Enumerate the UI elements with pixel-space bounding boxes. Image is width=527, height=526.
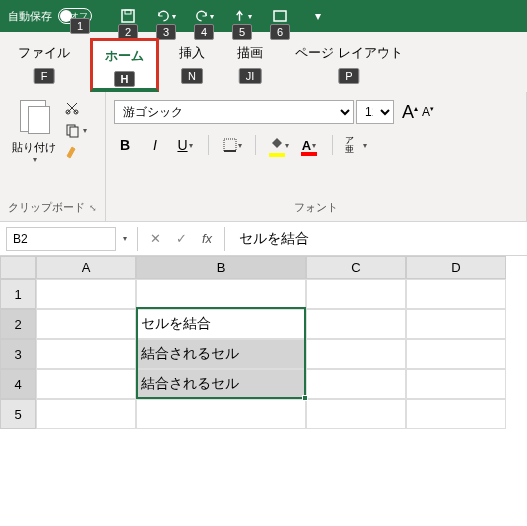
row-header-3[interactable]: 3 bbox=[0, 339, 36, 369]
enter-formula-button[interactable]: ✓ bbox=[168, 231, 194, 246]
qat-more[interactable]: 6 bbox=[270, 6, 290, 26]
cell-a3[interactable] bbox=[36, 339, 136, 369]
qat-save[interactable]: 2 bbox=[118, 6, 138, 26]
svg-rect-6 bbox=[70, 127, 78, 137]
cell-c2[interactable] bbox=[306, 309, 406, 339]
group-clipboard: 貼り付け ▾ ▾ クリップボード⤡ bbox=[0, 92, 106, 221]
font-size-select[interactable]: 11 bbox=[356, 100, 394, 124]
autosave-toggle[interactable]: 自動保存 オフ 1 bbox=[8, 8, 92, 24]
underline-button[interactable]: U▾ bbox=[174, 134, 196, 156]
qat-touch[interactable]: ▾5 bbox=[232, 6, 252, 26]
tab-insert[interactable]: 挿入N bbox=[167, 38, 217, 92]
name-box[interactable] bbox=[6, 227, 116, 251]
cancel-formula-button[interactable]: ✕ bbox=[142, 231, 168, 246]
bold-button[interactable]: B bbox=[114, 134, 136, 156]
cell-b2[interactable]: セルを結合 bbox=[136, 309, 306, 339]
key-tip: 1 bbox=[70, 18, 90, 34]
insert-function-button[interactable]: fx bbox=[194, 231, 220, 246]
cell-b3[interactable]: 結合されるセル bbox=[136, 339, 306, 369]
title-bar: 自動保存 オフ 1 2 ▾3 ▾4 ▾5 6 ▾ bbox=[0, 0, 527, 32]
font-name-select[interactable]: 游ゴシック bbox=[114, 100, 354, 124]
tab-draw[interactable]: 描画JI bbox=[225, 38, 275, 92]
cell-b1[interactable] bbox=[136, 279, 306, 309]
decrease-font-button[interactable]: A▾ bbox=[422, 105, 434, 119]
tab-home[interactable]: ホームH bbox=[90, 38, 159, 92]
col-header-c[interactable]: C bbox=[306, 256, 406, 279]
italic-button[interactable]: I bbox=[144, 134, 166, 156]
cell-b5[interactable] bbox=[136, 399, 306, 429]
row-header-4[interactable]: 4 bbox=[0, 369, 36, 399]
formula-bar: ▾ ✕ ✓ fx bbox=[0, 222, 527, 256]
autosave-label: 自動保存 bbox=[8, 9, 52, 24]
col-header-d[interactable]: D bbox=[406, 256, 506, 279]
qat-undo[interactable]: ▾3 bbox=[156, 6, 176, 26]
tab-file[interactable]: ファイルF bbox=[6, 38, 82, 92]
col-header-a[interactable]: A bbox=[36, 256, 136, 279]
qat-redo[interactable]: ▾4 bbox=[194, 6, 214, 26]
row-header-5[interactable]: 5 bbox=[0, 399, 36, 429]
col-header-b[interactable]: B bbox=[136, 256, 306, 279]
cell-b4[interactable]: 結合されるセル bbox=[136, 369, 306, 399]
cell-c3[interactable] bbox=[306, 339, 406, 369]
cell-d5[interactable] bbox=[406, 399, 506, 429]
paste-button[interactable]: 貼り付け ▾ bbox=[8, 96, 60, 164]
cell-c1[interactable] bbox=[306, 279, 406, 309]
quick-access-toolbar: 2 ▾3 ▾4 ▾5 6 ▾ bbox=[118, 6, 328, 26]
row-header-2[interactable]: 2 bbox=[0, 309, 36, 339]
cell-a5[interactable] bbox=[36, 399, 136, 429]
formula-input[interactable] bbox=[229, 227, 527, 251]
ribbon-tabs: ファイルF ホームH 挿入N 描画JI ページ レイアウトP bbox=[0, 32, 527, 92]
ruby-button[interactable]: ア亜▾ bbox=[345, 134, 367, 156]
group-font: 游ゴシック 11 A▴ A▾ B I U▾ ▾ ▾ A▾ ア亜▾ フォント bbox=[106, 92, 527, 221]
tab-page-layout[interactable]: ページ レイアウトP bbox=[283, 38, 415, 92]
fill-handle[interactable] bbox=[302, 395, 308, 401]
dialog-launcher-icon[interactable]: ⤡ bbox=[89, 203, 97, 213]
svg-rect-7 bbox=[224, 139, 236, 151]
name-box-dropdown[interactable]: ▾ bbox=[123, 234, 127, 243]
copy-button[interactable]: ▾ bbox=[64, 122, 87, 138]
fill-color-button[interactable]: ▾ bbox=[268, 134, 290, 156]
svg-rect-0 bbox=[122, 10, 134, 22]
worksheet-grid: A B C D 1 2 セルを結合 3 結合されるセル 4 結合されるセル 5 bbox=[0, 256, 527, 429]
increase-font-button[interactable]: A▴ bbox=[402, 102, 418, 123]
paste-icon bbox=[16, 96, 52, 136]
svg-rect-2 bbox=[274, 11, 286, 21]
cell-c4[interactable] bbox=[306, 369, 406, 399]
cell-a1[interactable] bbox=[36, 279, 136, 309]
ribbon-body: 貼り付け ▾ ▾ クリップボード⤡ 游ゴシック 11 A▴ A▾ B bbox=[0, 92, 527, 222]
font-color-button[interactable]: A▾ bbox=[298, 134, 320, 156]
format-painter-button[interactable] bbox=[64, 144, 87, 160]
cell-a2[interactable] bbox=[36, 309, 136, 339]
cell-d4[interactable] bbox=[406, 369, 506, 399]
cell-a4[interactable] bbox=[36, 369, 136, 399]
cut-button[interactable] bbox=[64, 100, 87, 116]
cell-d3[interactable] bbox=[406, 339, 506, 369]
cell-c5[interactable] bbox=[306, 399, 406, 429]
cell-d2[interactable] bbox=[406, 309, 506, 339]
qat-customize[interactable]: ▾ bbox=[308, 6, 328, 26]
cell-d1[interactable] bbox=[406, 279, 506, 309]
row-header-1[interactable]: 1 bbox=[0, 279, 36, 309]
border-button[interactable]: ▾ bbox=[221, 134, 243, 156]
select-all-corner[interactable] bbox=[0, 256, 36, 279]
